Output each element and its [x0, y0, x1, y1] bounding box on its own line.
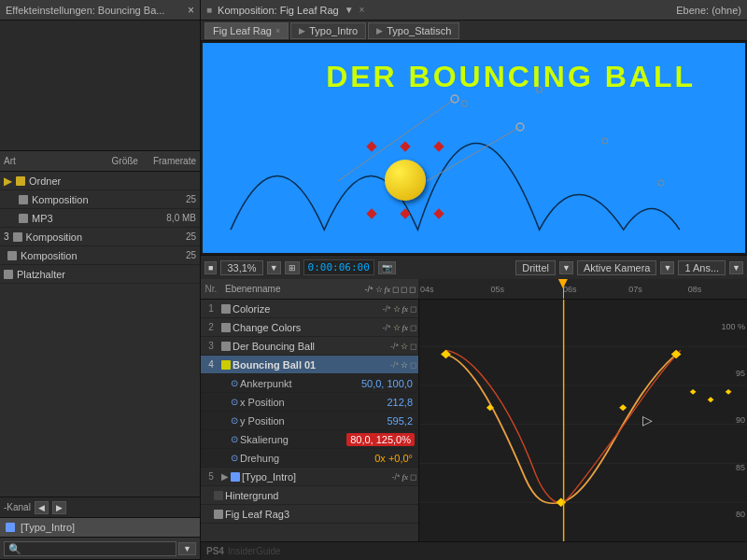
comp-tabs: Fig Leaf Rag × ▶ Typo_Intro ▶ Typo_Stati…: [201, 21, 747, 41]
prop-row-yposition[interactable]: ⊙ y Position 595,2: [201, 412, 418, 430]
mp3-size: 8,0 MB: [166, 213, 196, 223]
icon-star-4: ☆: [401, 360, 408, 370]
comp-tab-typointro[interactable]: ▶ Typo_Intro: [290, 22, 366, 39]
search-options-btn[interactable]: ▼: [178, 542, 196, 555]
svg-rect-17: [619, 404, 627, 411]
layer-row-typointro[interactable]: 5 ▶ [Typo_Intro] -/* fx ◻: [201, 468, 418, 486]
icon-star-3: ☆: [401, 342, 408, 351]
status-ps4: PS4: [206, 546, 224, 556]
prop-value-drehung[interactable]: 0x +0,0°: [374, 453, 416, 464]
prop-label-drehung: Drehung: [238, 453, 374, 464]
layer-name-derbouncingball: Der Bouncing Ball: [233, 341, 388, 352]
icon-star-2: ☆: [393, 323, 401, 332]
svg-rect-19: [708, 397, 714, 402]
prop-row-skalierung[interactable]: ⊙ Skalierung 80,0, 125,0%: [201, 430, 418, 449]
prop-value-skalierung[interactable]: 80,0, 125,0%: [346, 433, 415, 446]
layer-row-changecolors[interactable]: 2 Change Colors -/* ☆ fx ◻: [201, 318, 418, 337]
komposition1-framerate: 25: [186, 194, 196, 204]
layer-row-hintergrund[interactable]: Hintergrund: [201, 486, 418, 505]
preview-canvas: DER BOUNCING BALL: [203, 43, 745, 253]
channels-dropdown[interactable]: ▼: [729, 261, 743, 274]
col-name-header: Ebenenname: [221, 284, 357, 294]
icon-star-1: ☆: [393, 304, 401, 314]
view-dropdown[interactable]: ▼: [559, 261, 573, 274]
prop-value-ankerpunkt[interactable]: 50,0, 100,0: [361, 378, 416, 389]
layer-row-colorize[interactable]: 1 Colorize -/* ☆ fx ◻: [201, 300, 418, 318]
view-label: Drittel: [515, 260, 556, 275]
layer-name-bouncingball01: Bouncing Ball 01: [233, 359, 388, 371]
layer-name-figleafrag3: Fig Leaf Rag3: [225, 509, 416, 520]
layer-expand-5: ▶: [221, 471, 229, 482]
kanal-btn-right[interactable]: ▶: [52, 501, 66, 514]
col-art: Art: [4, 156, 16, 166]
prop-icon-xpos: ⊙: [231, 397, 238, 407]
left-panel: Art Größe Framerate ▶ Ordner Komposition…: [0, 21, 201, 560]
icon-box1-1: ◻: [410, 304, 416, 314]
layer-row-bouncingball01[interactable]: 4 Bouncing Ball 01 -/* ☆ ◻: [201, 356, 418, 374]
layer-search-input[interactable]: [4, 541, 176, 556]
file-row-mp3[interactable]: MP3 8,0 MB: [0, 209, 200, 228]
icon-switch-3: -/*: [390, 342, 399, 351]
status-url: InsiderGuide: [228, 546, 281, 556]
layer-nr-1: 1: [203, 303, 219, 314]
status-bar: PS4 InsiderGuide: [201, 541, 747, 560]
panel-close-btn[interactable]: ×: [188, 4, 194, 17]
right-area: Fig Leaf Rag × ▶ Typo_Intro ▶ Typo_Stati…: [201, 21, 747, 560]
prop-label-yposition: y Position: [238, 415, 387, 427]
ball-path-svg: [203, 43, 745, 253]
prop-row-xposition[interactable]: ⊙ x Position 212,8: [201, 393, 418, 412]
col-framerate: Framerate: [153, 156, 196, 166]
file-row-komposition2[interactable]: 3 Komposition 25: [0, 228, 200, 246]
camera-label: Aktive Kamera: [577, 260, 657, 275]
graph-area: 100 % 95 90 85 80 ▷: [419, 300, 747, 541]
prop-value-yposition[interactable]: 595,2: [387, 415, 416, 427]
effect-settings-title: Effekteinstellungen: Bouncing Ba... ×: [0, 0, 201, 20]
icon-fx-1: fx: [402, 304, 409, 314]
layer-name-changecolors: Change Colors: [233, 322, 381, 333]
prop-value-xposition[interactable]: 212,8: [387, 397, 416, 408]
resolution-btn[interactable]: ⊞: [285, 261, 300, 274]
camera-dropdown[interactable]: ▼: [660, 261, 674, 274]
svg-point-3: [658, 180, 664, 186]
ebene-label: Ebene:: [676, 5, 712, 16]
prop-row-drehung[interactable]: ⊙ Drehung 0x +0,0°: [201, 449, 418, 468]
file-row-komposition3[interactable]: Komposition 25: [0, 246, 200, 265]
svg-point-0: [461, 101, 467, 106]
kanal-label: -Kanal: [4, 502, 31, 512]
icon-switch-1: -/*: [383, 304, 391, 314]
timecode-display: 0:00:06:00: [303, 259, 374, 275]
bouncing-ball: [385, 160, 426, 201]
preview-controls: ■ 33,1% ▼ ⊞ 0:00:06:00 📷 Drittel ▼ Aktiv…: [201, 255, 747, 279]
svg-rect-18: [690, 389, 697, 395]
prop-label-ankerpunkt: Ankerpunkt: [238, 378, 361, 389]
ordner-label: Ordner: [29, 175, 61, 187]
prop-icon-anchor: ⊙: [231, 378, 238, 388]
file-row-komposition1[interactable]: Komposition 25: [0, 190, 200, 209]
layer-row-figleafrag3[interactable]: Fig Leaf Rag3: [201, 505, 418, 524]
icon-box1-5: ◻: [410, 472, 416, 482]
komposition1-label: Komposition: [32, 194, 182, 205]
playhead: [563, 279, 564, 299]
icon-box1-2: ◻: [410, 323, 416, 332]
icon-switch-2: -/*: [383, 323, 391, 332]
svg-rect-14: [556, 497, 566, 506]
file-row-ordner[interactable]: ▶ Ordner: [0, 172, 200, 190]
ball-position: [385, 160, 426, 201]
comp-tab-figleaf[interactable]: Fig Leaf Rag ×: [204, 22, 289, 39]
prop-row-ankerpunkt[interactable]: ⊙ Ankerpunkt 50,0, 100,0: [201, 374, 418, 393]
comp-tab-typostatisch[interactable]: ▶ Typo_Statisch: [368, 22, 459, 39]
file-row-platzhalter[interactable]: Platzhalter: [0, 265, 200, 284]
layer-row-derbouncingball[interactable]: 3 Der Bouncing Ball -/* ☆ ◻: [201, 337, 418, 356]
layer-nr-5: 5: [203, 471, 219, 482]
prop-icon-ypos: ⊙: [231, 415, 238, 426]
icon-fx-5: fx: [402, 472, 409, 482]
icon-box1-3: ◻: [410, 342, 416, 351]
kanal-btn-left[interactable]: ◀: [35, 501, 49, 514]
timeline-area: Nr. Ebenenname -/*☆fx◻◻◻ 04s 05s 06s 07s…: [201, 279, 747, 541]
col-icons-header: -/*☆fx◻◻◻: [357, 285, 417, 294]
layer-name-colorize: Colorize: [233, 303, 381, 315]
camera-icon-btn[interactable]: 📷: [378, 261, 396, 274]
zoom-dropdown[interactable]: ▼: [267, 261, 281, 274]
snap-btn[interactable]: ■: [204, 261, 217, 274]
col-nr-header: Nr.: [201, 284, 221, 294]
